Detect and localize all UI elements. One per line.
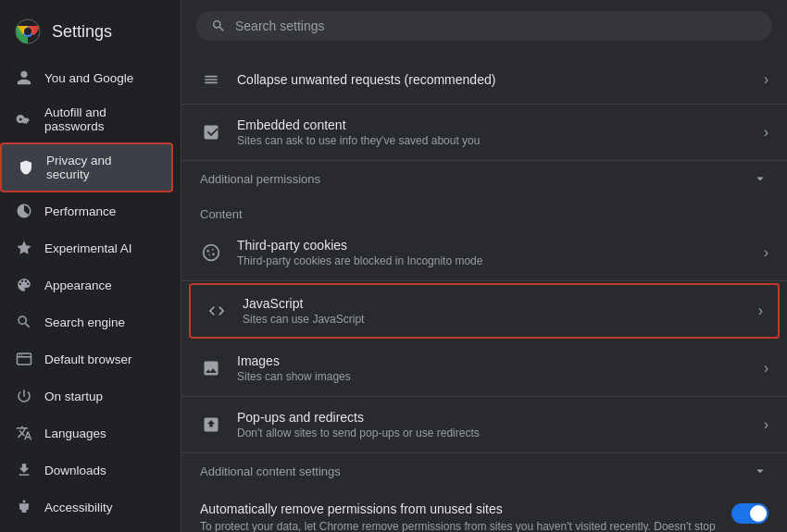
sidebar-item-languages[interactable]: Languages xyxy=(0,414,173,452)
sidebar-item-autofill[interactable]: Autofill and passwords xyxy=(0,96,173,142)
additional-content-label: Additional content settings xyxy=(200,464,341,478)
sidebar: Settings You and Google Autofill and pas… xyxy=(0,0,181,532)
expand-icon xyxy=(752,463,768,479)
chevron-right-icon: › xyxy=(764,416,768,433)
row-text: Collapse unwanted requests (recommended) xyxy=(237,72,749,87)
svg-point-11 xyxy=(212,249,214,251)
sidebar-item-label: Experimental AI xyxy=(44,241,158,255)
sidebar-item-label: Downloads xyxy=(44,464,158,477)
sidebar-item-downloads[interactable]: Downloads xyxy=(0,452,173,489)
sidebar-item-performance[interactable]: Performance xyxy=(0,192,173,229)
content-label: Content xyxy=(181,196,787,225)
sidebar-item-label: Search engine xyxy=(44,315,158,329)
sidebar-item-label: Default browser xyxy=(44,353,158,366)
svg-point-2 xyxy=(24,28,31,35)
sidebar-item-privacy[interactable]: Privacy and security xyxy=(0,142,173,192)
chevron-right-icon: › xyxy=(764,124,768,141)
svg-point-10 xyxy=(206,250,209,253)
row-text: Embedded content Sites can ask to use in… xyxy=(237,118,749,147)
row-subtitle: Sites can show images xyxy=(237,370,749,383)
download-icon xyxy=(15,461,33,479)
row-text: Third-party cookies Third-party cookies … xyxy=(237,238,749,267)
sidebar-item-default-browser[interactable]: Default browser xyxy=(0,340,173,377)
sidebar-item-label: You and Google xyxy=(44,71,158,85)
sidebar-item-accessibility[interactable]: Accessibility xyxy=(0,489,173,526)
auto-remove-toggle[interactable] xyxy=(731,503,768,524)
svg-point-12 xyxy=(212,253,215,255)
sidebar-item-label: Privacy and security xyxy=(46,154,156,181)
power-icon xyxy=(15,387,33,405)
sidebar-item-label: Appearance xyxy=(44,278,158,292)
main-content: Collapse unwanted requests (recommended)… xyxy=(181,0,787,532)
search-icon xyxy=(211,19,226,33)
row-text: Images Sites can show images xyxy=(237,353,749,383)
sidebar-item-experimental[interactable]: Experimental AI xyxy=(0,229,173,266)
svg-rect-3 xyxy=(18,353,31,365)
sidebar-item-label: Performance xyxy=(44,204,158,218)
sidebar-item-search-engine[interactable]: Search engine xyxy=(0,303,173,340)
code-icon xyxy=(206,300,228,322)
magnifier-icon xyxy=(15,313,33,331)
sidebar-item-label: On startup xyxy=(44,390,158,403)
svg-point-7 xyxy=(23,501,26,503)
sidebar-item-label: Languages xyxy=(44,427,158,440)
shield-icon xyxy=(17,158,35,177)
row-title: Images xyxy=(237,353,749,368)
search-bar[interactable] xyxy=(196,11,772,41)
additional-content-header[interactable]: Additional content settings xyxy=(181,453,787,489)
svg-point-9 xyxy=(204,245,219,261)
toggle-subtitle: To protect your data, let Chrome remove … xyxy=(200,519,717,532)
toggle-title: Automatically remove permissions from un… xyxy=(200,501,717,516)
javascript-row[interactable]: JavaScript Sites can use JavaScript › xyxy=(189,283,780,339)
translate-icon xyxy=(15,424,33,442)
additional-permissions-label: Additional permissions xyxy=(200,172,320,186)
palette-icon xyxy=(15,276,33,294)
sidebar-item-appearance[interactable]: Appearance xyxy=(0,266,173,303)
chevron-right-icon: › xyxy=(758,303,763,319)
third-party-cookies-row[interactable]: Third-party cookies Third-party cookies … xyxy=(181,225,787,281)
cookie-icon xyxy=(200,241,222,264)
row-text: Pop-ups and redirects Don't allow sites … xyxy=(237,410,749,439)
toggle-text: Automatically remove permissions from un… xyxy=(200,501,717,532)
sidebar-item-you-and-google[interactable]: You and Google xyxy=(0,59,173,96)
svg-point-13 xyxy=(209,254,211,256)
row-title: Collapse unwanted requests (recommended) xyxy=(237,72,749,87)
svg-point-6 xyxy=(21,354,23,356)
row-title: Pop-ups and redirects xyxy=(237,410,749,425)
sidebar-item-label: Autofill and passwords xyxy=(44,105,158,133)
chevron-right-icon: › xyxy=(764,71,768,88)
embedded-content-row[interactable]: Embedded content Sites can ask to use in… xyxy=(181,105,787,161)
embed-icon xyxy=(200,121,222,143)
search-input[interactable] xyxy=(235,19,757,33)
row-title: Third-party cookies xyxy=(237,238,749,253)
app-header: Settings xyxy=(0,7,181,59)
chrome-logo-icon xyxy=(15,19,41,44)
gauge-icon xyxy=(15,202,33,220)
person-icon xyxy=(15,68,33,87)
key-icon xyxy=(15,110,33,129)
row-subtitle: Sites can ask to use info they've saved … xyxy=(237,134,749,147)
browser-icon xyxy=(15,350,33,368)
images-row[interactable]: Images Sites can show images › xyxy=(181,340,787,397)
image-icon xyxy=(200,357,222,379)
row-title: Embedded content xyxy=(237,118,749,132)
collapse-icon xyxy=(200,68,222,91)
row-subtitle: Sites can use JavaScript xyxy=(243,313,743,326)
svg-point-5 xyxy=(19,354,21,356)
sidebar-item-on-startup[interactable]: On startup xyxy=(0,377,173,414)
expand-icon xyxy=(752,170,768,187)
sidebar-item-label: Accessibility xyxy=(44,501,158,514)
row-subtitle: Don't allow sites to send pop-ups or use… xyxy=(237,427,749,439)
popup-icon xyxy=(200,414,222,436)
row-text: JavaScript Sites can use JavaScript xyxy=(243,296,743,326)
popups-row[interactable]: Pop-ups and redirects Don't allow sites … xyxy=(181,397,787,453)
accessibility-icon xyxy=(15,498,33,516)
sidebar-item-system[interactable]: System xyxy=(0,526,173,532)
chevron-right-icon: › xyxy=(764,360,768,377)
chevron-right-icon: › xyxy=(764,244,768,261)
additional-permissions-header[interactable]: Additional permissions xyxy=(181,161,787,196)
row-title: JavaScript xyxy=(243,296,743,311)
app-title: Settings xyxy=(52,22,112,42)
auto-remove-container: Automatically remove permissions from un… xyxy=(181,489,787,532)
collapse-unwanted-row[interactable]: Collapse unwanted requests (recommended)… xyxy=(181,56,787,105)
